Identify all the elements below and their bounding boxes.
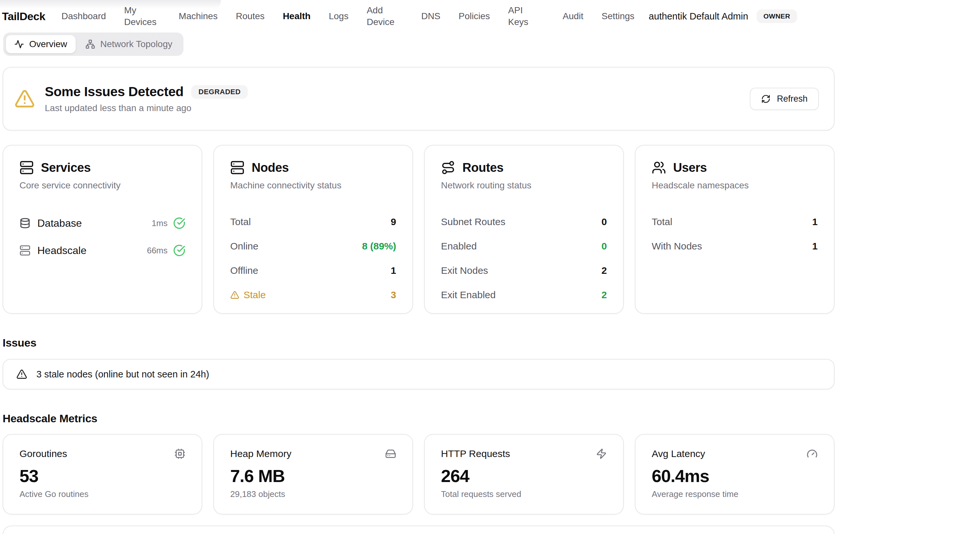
stat-label: Offline (230, 265, 258, 276)
metrics-heading: Headscale Metrics (3, 412, 835, 425)
service-latency: 66ms (147, 245, 167, 256)
stat-label: Enabled (441, 241, 477, 252)
server-icon (230, 161, 245, 175)
tab-overview-label: Overview (29, 39, 67, 49)
stat-value: 1 (812, 216, 818, 227)
metric-card-avg-latency: Avg Latency 60.4ms Average response time (635, 434, 835, 515)
app-logo[interactable]: TailDeck (2, 10, 45, 23)
refresh-label: Refresh (777, 94, 808, 104)
stat-row-total: Total 9 (230, 209, 396, 234)
stat-row-total: Total 1 (652, 209, 818, 234)
stat-value: 1 (391, 265, 396, 276)
main-content: Overview Network Topology Some Issues De… (0, 32, 835, 534)
metric-subtitle: Active Go routines (19, 489, 185, 499)
cpu-icon (174, 448, 185, 459)
service-latency: 1ms (152, 218, 167, 228)
card-subtitle: Machine connectivity status (230, 180, 396, 191)
server-icon (19, 245, 30, 256)
card-title: Services (41, 161, 91, 175)
hard-drive-icon (385, 448, 396, 459)
nav-item-dns[interactable]: DNS (421, 10, 440, 22)
stat-label: Subnet Routes (441, 216, 505, 227)
nav-item-logs[interactable]: Logs (329, 10, 348, 22)
network-icon (85, 39, 95, 49)
stat-label: Online (230, 241, 258, 252)
refresh-button[interactable]: Refresh (750, 88, 819, 110)
service-name: Database (37, 217, 82, 230)
warning-triangle-icon (14, 88, 35, 109)
stat-label: With Nodes (652, 241, 702, 252)
top-navbar: TailDeck Dashboard My Devices Machines R… (0, 0, 980, 32)
stat-value: 8 (89%) (362, 241, 396, 252)
banner-subtitle: Last updated less than a minute ago (45, 103, 248, 113)
users-card: Users Headscale namespaces Total 1 With … (635, 145, 835, 314)
route-icon (441, 161, 455, 175)
stat-row-exit-nodes: Exit Nodes 2 (441, 258, 607, 282)
user-name[interactable]: authentik Default Admin (649, 11, 748, 22)
stat-value: 0 (601, 216, 607, 227)
stat-value: 2 (601, 289, 607, 300)
overview-cards: Services Core service connectivity Datab… (3, 145, 835, 314)
nav-item-routes[interactable]: Routes (236, 10, 265, 22)
refresh-icon (761, 94, 770, 104)
card-title: Routes (462, 161, 503, 175)
warning-triangle-icon (16, 369, 27, 380)
stat-row-offline: Offline 1 (230, 258, 396, 282)
tab-network-topology[interactable]: Network Topology (77, 35, 181, 53)
stat-value: 3 (391, 289, 396, 300)
nav-item-my-devices[interactable]: My Devices (124, 5, 161, 28)
partial-bottom-card (3, 526, 835, 534)
card-subtitle: Core service connectivity (19, 180, 185, 191)
card-title: Users (673, 161, 707, 175)
gauge-icon (807, 448, 818, 459)
stat-row-enabled: Enabled 0 (441, 234, 607, 258)
issues-heading: Issues (3, 336, 835, 349)
nav-item-audit[interactable]: Audit (563, 10, 584, 22)
stat-value: 2 (601, 265, 607, 276)
metric-title: Avg Latency (652, 448, 705, 459)
database-icon (19, 218, 30, 229)
nav-user-section: authentik Default Admin OWNER (649, 10, 797, 23)
stat-row-stale: Stale 3 (230, 282, 396, 307)
nav-items: Dashboard My Devices Machines Routes Hea… (61, 5, 634, 28)
nav-item-dashboard[interactable]: Dashboard (61, 10, 106, 22)
nav-item-add-device[interactable]: Add Device (367, 5, 403, 28)
nav-item-health[interactable]: Health (283, 10, 311, 22)
role-badge: OWNER (757, 10, 797, 23)
activity-icon (14, 39, 24, 49)
card-title: Nodes (251, 161, 289, 175)
stat-row-exit-enabled: Exit Enabled 2 (441, 282, 607, 307)
stat-value: 9 (391, 216, 396, 227)
health-tabbar: Overview Network Topology (3, 32, 183, 56)
metric-subtitle: Average response time (652, 489, 818, 499)
stat-label: Exit Enabled (441, 289, 496, 300)
metric-title: Goroutines (19, 448, 67, 459)
check-circle-icon (173, 244, 185, 257)
nav-item-policies[interactable]: Policies (458, 10, 490, 22)
routes-card: Routes Network routing status Subnet Rou… (424, 145, 624, 314)
tab-overview[interactable]: Overview (6, 35, 76, 53)
service-row-headscale: Headscale 66ms (19, 237, 185, 264)
stat-label: Stale (243, 289, 266, 300)
nav-item-settings[interactable]: Settings (602, 10, 635, 22)
stat-row-with-nodes: With Nodes 1 (652, 234, 818, 258)
nav-item-machines[interactable]: Machines (178, 10, 218, 22)
banner-title: Some Issues Detected (45, 84, 183, 99)
users-icon (652, 161, 666, 175)
banner-text: Some Issues Detected DEGRADED Last updat… (45, 84, 248, 113)
issue-item: 3 stale nodes (online but not seen in 24… (3, 359, 835, 389)
nav-item-api-keys[interactable]: API Keys (508, 5, 544, 28)
card-subtitle: Headscale namespaces (652, 180, 818, 191)
stat-row-subnet-routes: Subnet Routes 0 (441, 209, 607, 234)
metric-card-http-requests: HTTP Requests 264 Total requests served (424, 434, 624, 515)
metric-title: Heap Memory (230, 448, 291, 459)
status-banner: Some Issues Detected DEGRADED Last updat… (3, 67, 835, 131)
card-subtitle: Network routing status (441, 180, 607, 191)
metrics-cards: Goroutines 53 Active Go routines Heap Me… (3, 434, 835, 515)
stat-value: 1 (812, 241, 818, 252)
status-badge: DEGRADED (191, 85, 248, 99)
stat-row-online: Online 8 (89%) (230, 234, 396, 258)
metric-subtitle: Total requests served (441, 489, 607, 499)
server-icon (19, 161, 34, 175)
stat-label: Exit Nodes (441, 265, 488, 276)
